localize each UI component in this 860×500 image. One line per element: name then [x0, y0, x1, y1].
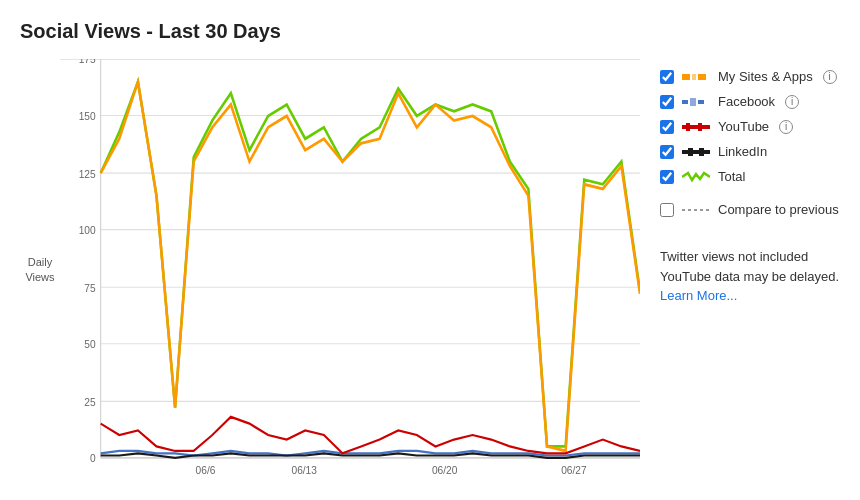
chart-area: 175 150 125 100 75 50 25 0: [60, 59, 640, 480]
svg-rect-34: [699, 148, 704, 156]
note-youtube: YouTube data may be delayed. Learn More.…: [660, 267, 840, 306]
legend-item-linkedin: LinkedIn: [660, 144, 840, 159]
legend: My Sites & Apps i Facebook i: [640, 59, 840, 480]
svg-text:06/27: 06/27: [561, 464, 587, 476]
note-twitter: Twitter views not included: [660, 247, 840, 267]
legend-item-youtube: YouTube i: [660, 119, 840, 134]
compare-label: Compare to previous: [718, 202, 839, 217]
legend-icon-total: [682, 170, 710, 184]
legend-checkbox-facebook[interactable]: [660, 95, 674, 109]
compare-checkbox[interactable]: [660, 203, 674, 217]
svg-rect-26: [682, 100, 688, 104]
legend-checkbox-youtube[interactable]: [660, 120, 674, 134]
svg-text:06/13: 06/13: [291, 464, 317, 476]
svg-rect-24: [692, 74, 696, 80]
legend-checkbox-linkedin[interactable]: [660, 145, 674, 159]
svg-rect-33: [688, 148, 693, 156]
legend-item-total: Total: [660, 169, 840, 184]
learn-more-link[interactable]: Learn More...: [660, 288, 737, 303]
info-icon-facebook[interactable]: i: [785, 95, 799, 109]
legend-label-mysites: My Sites & Apps: [718, 69, 813, 84]
svg-text:50: 50: [84, 338, 95, 350]
svg-rect-31: [698, 123, 702, 131]
svg-text:06/6: 06/6: [196, 464, 216, 476]
notes: Twitter views not included YouTube data …: [660, 247, 840, 306]
svg-rect-32: [682, 150, 710, 154]
svg-text:100: 100: [79, 224, 96, 236]
legend-icon-facebook: [682, 95, 710, 109]
svg-text:125: 125: [79, 167, 96, 179]
compare-section: Compare to previous: [660, 202, 840, 217]
svg-text:25: 25: [84, 395, 95, 407]
svg-rect-23: [682, 74, 690, 80]
svg-text:175: 175: [79, 59, 96, 66]
svg-rect-25: [698, 74, 706, 80]
legend-icon-linkedin: [682, 145, 710, 159]
page-title: Social Views - Last 30 Days: [20, 20, 840, 43]
legend-label-total: Total: [718, 169, 745, 184]
svg-rect-27: [690, 98, 696, 106]
legend-checkbox-mysites[interactable]: [660, 70, 674, 84]
svg-text:06/20: 06/20: [432, 464, 458, 476]
info-icon-mysites[interactable]: i: [823, 70, 837, 84]
svg-text:150: 150: [79, 110, 96, 122]
legend-icon-youtube: [682, 120, 710, 134]
svg-rect-28: [698, 100, 704, 104]
legend-item-mysites: My Sites & Apps i: [660, 69, 840, 84]
legend-item-facebook: Facebook i: [660, 94, 840, 109]
compare-icon: [682, 203, 710, 217]
legend-icon-mysites: [682, 70, 710, 84]
svg-rect-30: [686, 123, 690, 131]
legend-label-facebook: Facebook: [718, 94, 775, 109]
legend-checkbox-total[interactable]: [660, 170, 674, 184]
y-axis-label: Daily Views: [20, 59, 60, 480]
svg-text:75: 75: [84, 281, 95, 293]
legend-label-youtube: YouTube: [718, 119, 769, 134]
svg-text:0: 0: [90, 452, 96, 464]
legend-label-linkedin: LinkedIn: [718, 144, 767, 159]
info-icon-youtube[interactable]: i: [779, 120, 793, 134]
